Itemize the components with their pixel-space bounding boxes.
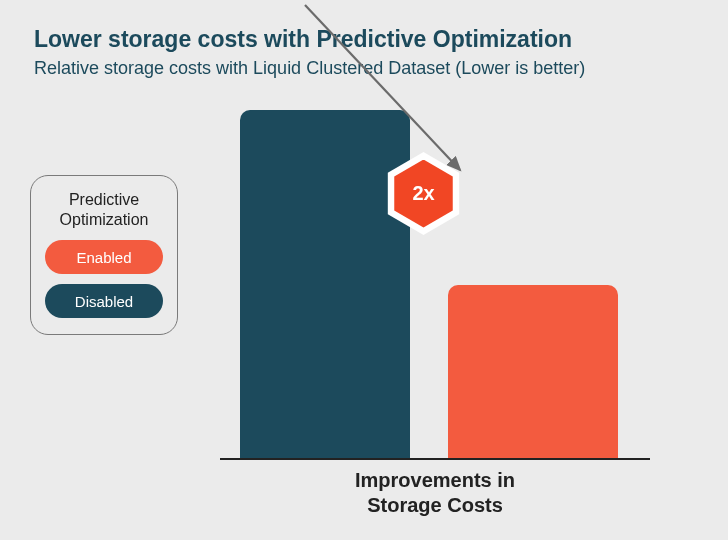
factor-label: 2x — [412, 182, 434, 205]
bar-enabled — [448, 285, 618, 460]
x-axis-label: Improvements inStorage Costs — [220, 468, 650, 518]
legend-box: Predictive Optimization Enabled Disabled — [30, 175, 178, 335]
chart-title: Lower storage costs with Predictive Opti… — [34, 26, 572, 53]
legend-enabled-label: Enabled — [76, 249, 131, 266]
legend-title: Predictive Optimization — [43, 190, 165, 230]
factor-badge: 2x — [382, 152, 465, 235]
legend-item-disabled: Disabled — [45, 284, 163, 318]
legend-disabled-label: Disabled — [75, 293, 133, 310]
legend-item-enabled: Enabled — [45, 240, 163, 274]
x-axis-line — [220, 458, 650, 460]
chart-subtitle: Relative storage costs with Liquid Clust… — [34, 58, 585, 79]
